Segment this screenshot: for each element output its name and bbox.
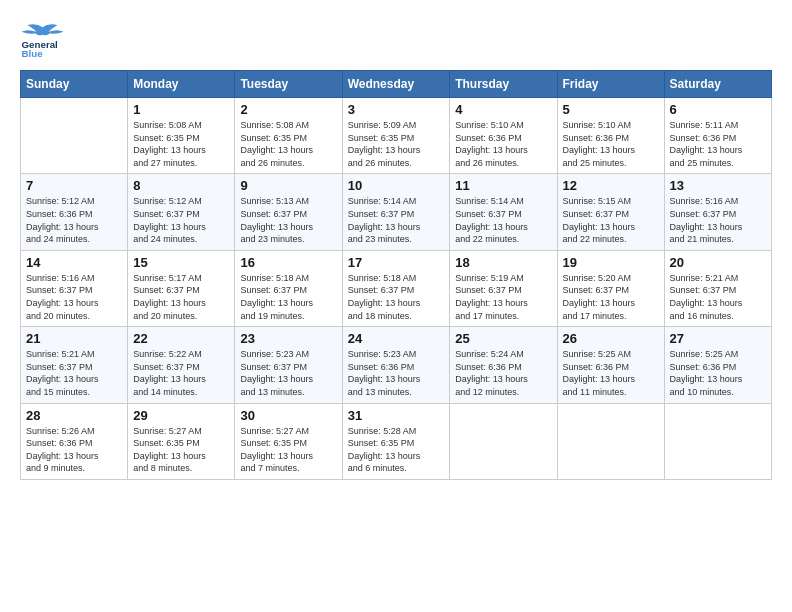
calendar-cell: 10Sunrise: 5:14 AM Sunset: 6:37 PM Dayli… xyxy=(342,174,450,250)
day-number: 16 xyxy=(240,255,336,270)
calendar-week-row: 21Sunrise: 5:21 AM Sunset: 6:37 PM Dayli… xyxy=(21,327,772,403)
generalblue-logo-icon: General Blue xyxy=(20,20,65,60)
calendar-week-row: 28Sunrise: 5:26 AM Sunset: 6:36 PM Dayli… xyxy=(21,403,772,479)
weekday-header-thursday: Thursday xyxy=(450,71,557,98)
calendar-cell: 11Sunrise: 5:14 AM Sunset: 6:37 PM Dayli… xyxy=(450,174,557,250)
day-info: Sunrise: 5:09 AM Sunset: 6:35 PM Dayligh… xyxy=(348,119,445,169)
day-info: Sunrise: 5:27 AM Sunset: 6:35 PM Dayligh… xyxy=(133,425,229,475)
calendar-cell: 18Sunrise: 5:19 AM Sunset: 6:37 PM Dayli… xyxy=(450,250,557,326)
svg-text:Blue: Blue xyxy=(22,48,44,59)
day-number: 5 xyxy=(563,102,659,117)
day-number: 13 xyxy=(670,178,766,193)
day-number: 19 xyxy=(563,255,659,270)
day-info: Sunrise: 5:23 AM Sunset: 6:37 PM Dayligh… xyxy=(240,348,336,398)
page-header: General Blue xyxy=(20,20,772,60)
day-info: Sunrise: 5:25 AM Sunset: 6:36 PM Dayligh… xyxy=(563,348,659,398)
weekday-header-monday: Monday xyxy=(128,71,235,98)
day-info: Sunrise: 5:21 AM Sunset: 6:37 PM Dayligh… xyxy=(26,348,122,398)
calendar-cell: 29Sunrise: 5:27 AM Sunset: 6:35 PM Dayli… xyxy=(128,403,235,479)
day-info: Sunrise: 5:08 AM Sunset: 6:35 PM Dayligh… xyxy=(240,119,336,169)
day-number: 12 xyxy=(563,178,659,193)
day-number: 4 xyxy=(455,102,551,117)
calendar-cell: 7Sunrise: 5:12 AM Sunset: 6:36 PM Daylig… xyxy=(21,174,128,250)
calendar-cell: 19Sunrise: 5:20 AM Sunset: 6:37 PM Dayli… xyxy=(557,250,664,326)
day-number: 29 xyxy=(133,408,229,423)
day-number: 11 xyxy=(455,178,551,193)
weekday-header-friday: Friday xyxy=(557,71,664,98)
calendar-cell: 20Sunrise: 5:21 AM Sunset: 6:37 PM Dayli… xyxy=(664,250,771,326)
weekday-header-saturday: Saturday xyxy=(664,71,771,98)
day-info: Sunrise: 5:25 AM Sunset: 6:36 PM Dayligh… xyxy=(670,348,766,398)
day-info: Sunrise: 5:14 AM Sunset: 6:37 PM Dayligh… xyxy=(455,195,551,245)
calendar-cell: 17Sunrise: 5:18 AM Sunset: 6:37 PM Dayli… xyxy=(342,250,450,326)
weekday-header-wednesday: Wednesday xyxy=(342,71,450,98)
logo: General Blue xyxy=(20,20,65,60)
day-number: 22 xyxy=(133,331,229,346)
calendar-cell xyxy=(450,403,557,479)
day-number: 26 xyxy=(563,331,659,346)
day-info: Sunrise: 5:26 AM Sunset: 6:36 PM Dayligh… xyxy=(26,425,122,475)
day-info: Sunrise: 5:28 AM Sunset: 6:35 PM Dayligh… xyxy=(348,425,445,475)
calendar-cell: 25Sunrise: 5:24 AM Sunset: 6:36 PM Dayli… xyxy=(450,327,557,403)
day-info: Sunrise: 5:21 AM Sunset: 6:37 PM Dayligh… xyxy=(670,272,766,322)
day-info: Sunrise: 5:10 AM Sunset: 6:36 PM Dayligh… xyxy=(455,119,551,169)
day-info: Sunrise: 5:17 AM Sunset: 6:37 PM Dayligh… xyxy=(133,272,229,322)
weekday-header-tuesday: Tuesday xyxy=(235,71,342,98)
calendar-cell xyxy=(664,403,771,479)
day-number: 9 xyxy=(240,178,336,193)
day-number: 6 xyxy=(670,102,766,117)
weekday-header-sunday: Sunday xyxy=(21,71,128,98)
calendar-table: SundayMondayTuesdayWednesdayThursdayFrid… xyxy=(20,70,772,480)
calendar-cell: 8Sunrise: 5:12 AM Sunset: 6:37 PM Daylig… xyxy=(128,174,235,250)
day-number: 2 xyxy=(240,102,336,117)
day-info: Sunrise: 5:10 AM Sunset: 6:36 PM Dayligh… xyxy=(563,119,659,169)
calendar-week-row: 14Sunrise: 5:16 AM Sunset: 6:37 PM Dayli… xyxy=(21,250,772,326)
calendar-cell xyxy=(557,403,664,479)
day-info: Sunrise: 5:19 AM Sunset: 6:37 PM Dayligh… xyxy=(455,272,551,322)
calendar-cell: 1Sunrise: 5:08 AM Sunset: 6:35 PM Daylig… xyxy=(128,98,235,174)
day-number: 14 xyxy=(26,255,122,270)
calendar-cell: 6Sunrise: 5:11 AM Sunset: 6:36 PM Daylig… xyxy=(664,98,771,174)
day-info: Sunrise: 5:20 AM Sunset: 6:37 PM Dayligh… xyxy=(563,272,659,322)
day-number: 25 xyxy=(455,331,551,346)
calendar-cell: 2Sunrise: 5:08 AM Sunset: 6:35 PM Daylig… xyxy=(235,98,342,174)
calendar-cell: 12Sunrise: 5:15 AM Sunset: 6:37 PM Dayli… xyxy=(557,174,664,250)
day-number: 27 xyxy=(670,331,766,346)
calendar-cell: 24Sunrise: 5:23 AM Sunset: 6:36 PM Dayli… xyxy=(342,327,450,403)
day-info: Sunrise: 5:23 AM Sunset: 6:36 PM Dayligh… xyxy=(348,348,445,398)
calendar-cell: 30Sunrise: 5:27 AM Sunset: 6:35 PM Dayli… xyxy=(235,403,342,479)
calendar-cell: 14Sunrise: 5:16 AM Sunset: 6:37 PM Dayli… xyxy=(21,250,128,326)
day-info: Sunrise: 5:16 AM Sunset: 6:37 PM Dayligh… xyxy=(670,195,766,245)
day-number: 23 xyxy=(240,331,336,346)
day-number: 17 xyxy=(348,255,445,270)
day-info: Sunrise: 5:22 AM Sunset: 6:37 PM Dayligh… xyxy=(133,348,229,398)
calendar-cell: 15Sunrise: 5:17 AM Sunset: 6:37 PM Dayli… xyxy=(128,250,235,326)
calendar-cell: 21Sunrise: 5:21 AM Sunset: 6:37 PM Dayli… xyxy=(21,327,128,403)
day-info: Sunrise: 5:18 AM Sunset: 6:37 PM Dayligh… xyxy=(240,272,336,322)
calendar-cell: 5Sunrise: 5:10 AM Sunset: 6:36 PM Daylig… xyxy=(557,98,664,174)
day-info: Sunrise: 5:12 AM Sunset: 6:36 PM Dayligh… xyxy=(26,195,122,245)
calendar-cell: 4Sunrise: 5:10 AM Sunset: 6:36 PM Daylig… xyxy=(450,98,557,174)
day-number: 7 xyxy=(26,178,122,193)
calendar-cell: 31Sunrise: 5:28 AM Sunset: 6:35 PM Dayli… xyxy=(342,403,450,479)
day-info: Sunrise: 5:24 AM Sunset: 6:36 PM Dayligh… xyxy=(455,348,551,398)
day-number: 20 xyxy=(670,255,766,270)
day-number: 8 xyxy=(133,178,229,193)
day-info: Sunrise: 5:15 AM Sunset: 6:37 PM Dayligh… xyxy=(563,195,659,245)
day-info: Sunrise: 5:18 AM Sunset: 6:37 PM Dayligh… xyxy=(348,272,445,322)
day-number: 15 xyxy=(133,255,229,270)
calendar-cell xyxy=(21,98,128,174)
day-number: 31 xyxy=(348,408,445,423)
calendar-cell: 16Sunrise: 5:18 AM Sunset: 6:37 PM Dayli… xyxy=(235,250,342,326)
day-number: 1 xyxy=(133,102,229,117)
calendar-cell: 13Sunrise: 5:16 AM Sunset: 6:37 PM Dayli… xyxy=(664,174,771,250)
day-info: Sunrise: 5:14 AM Sunset: 6:37 PM Dayligh… xyxy=(348,195,445,245)
calendar-week-row: 7Sunrise: 5:12 AM Sunset: 6:36 PM Daylig… xyxy=(21,174,772,250)
day-number: 10 xyxy=(348,178,445,193)
day-info: Sunrise: 5:08 AM Sunset: 6:35 PM Dayligh… xyxy=(133,119,229,169)
day-number: 21 xyxy=(26,331,122,346)
day-number: 24 xyxy=(348,331,445,346)
day-number: 3 xyxy=(348,102,445,117)
calendar-week-row: 1Sunrise: 5:08 AM Sunset: 6:35 PM Daylig… xyxy=(21,98,772,174)
day-info: Sunrise: 5:13 AM Sunset: 6:37 PM Dayligh… xyxy=(240,195,336,245)
